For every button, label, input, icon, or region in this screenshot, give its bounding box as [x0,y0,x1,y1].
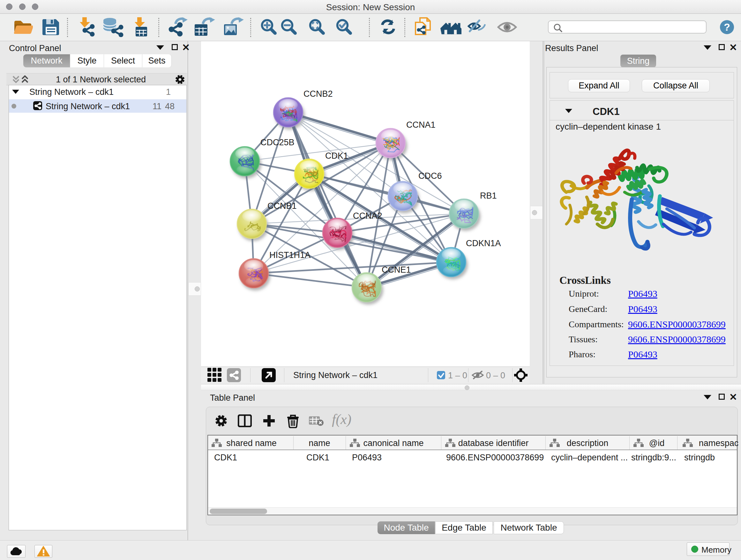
svg-text:CCNB1: CCNB1 [267,201,297,211]
svg-text:CCNA1: CCNA1 [406,120,435,130]
svg-text:CCNB2: CCNB2 [304,89,333,99]
svg-text:CDC6: CDC6 [418,171,442,181]
svg-text:CDK1: CDK1 [325,151,348,161]
svg-text:CDC25B: CDC25B [260,138,294,147]
svg-text:RB1: RB1 [480,191,497,200]
svg-text:CCNA2: CCNA2 [353,211,382,221]
svg-text:CDKN1A: CDKN1A [466,239,501,248]
svg-text:HIST1H1A: HIST1H1A [269,250,311,260]
svg-text:CCNE1: CCNE1 [382,265,411,274]
